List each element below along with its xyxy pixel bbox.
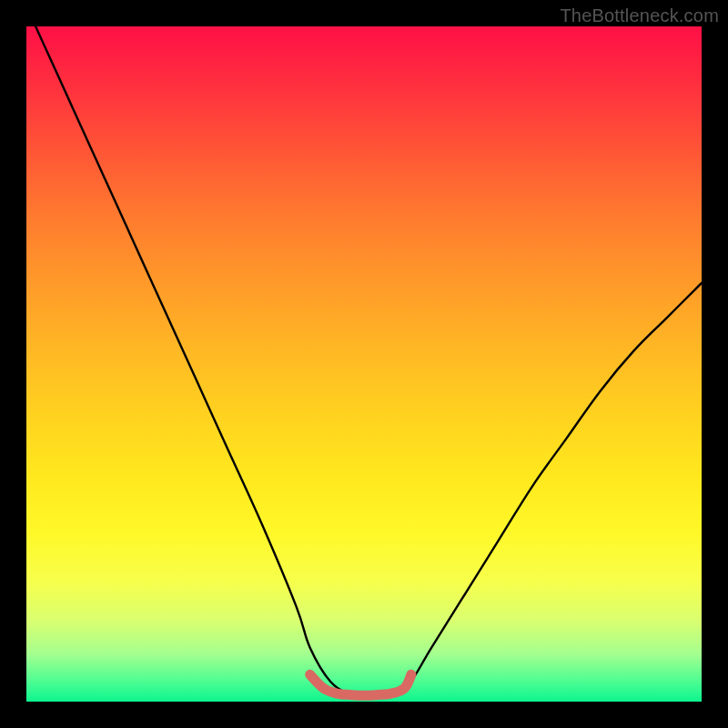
optimal-zone-marker <box>310 674 411 695</box>
chart-frame: TheBottleneck.com <box>0 0 728 728</box>
curve-svg <box>26 26 702 702</box>
bottleneck-curve-line <box>26 26 702 696</box>
watermark-text: TheBottleneck.com <box>560 5 719 26</box>
plot-area <box>26 26 702 702</box>
